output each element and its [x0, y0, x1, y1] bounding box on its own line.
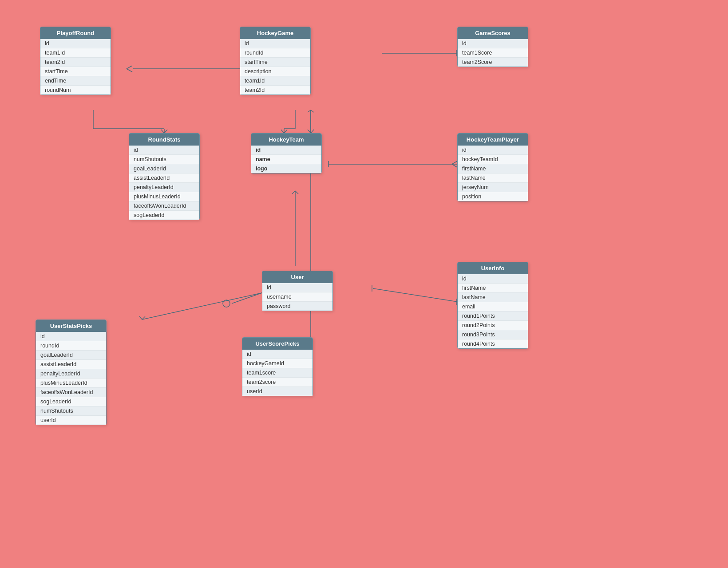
field-hockeygame-roundid: roundId [240, 48, 310, 58]
svg-line-24 [373, 288, 457, 302]
field-userinfo-round2points: round2Points [458, 321, 528, 330]
field-userstatspicks-numshutouts: numShutouts [36, 406, 106, 416]
field-roundstats-goalleaderid: goalLeaderId [129, 164, 199, 174]
svg-point-33 [223, 300, 230, 307]
field-gamescores-id: id [458, 39, 528, 48]
svg-line-19 [311, 130, 314, 133]
field-userstatspicks-penaltyleaderid: penaltyLeaderId [36, 369, 106, 379]
svg-line-22 [452, 161, 457, 164]
field-hockeygame-team2id: team2Id [240, 86, 310, 95]
field-hockeyteamplayer-firstname: firstName [458, 164, 528, 174]
field-userstatspicks-plusminusleaderid: plusMinusLeaderId [36, 379, 106, 388]
table-user: Useridusernamepassword [262, 271, 333, 311]
field-roundstats-plusminusleaderid: plusMinusLeaderId [129, 192, 199, 201]
table-userscorepicks: UserScorePicksidhockeyGameIdteam1scorete… [242, 337, 313, 396]
field-userinfo-lastname: lastName [458, 293, 528, 302]
svg-line-35 [142, 316, 145, 320]
field-playoffround-id: id [40, 39, 111, 48]
field-playoffround-roundnum: roundNum [40, 86, 111, 95]
table-roundstats: RoundStatsidnumShutoutsgoalLeaderIdassis… [129, 133, 200, 220]
svg-line-10 [161, 130, 164, 133]
field-userscorepicks-team1score: team1score [242, 368, 313, 378]
field-playoffround-team2id: team2Id [40, 58, 111, 67]
field-userinfo-round1points: round1Points [458, 312, 528, 321]
table-header-userstatspicks: UserStatsPicks [36, 320, 106, 332]
svg-line-32 [142, 293, 262, 320]
field-user-password: password [262, 302, 332, 311]
field-user-id: id [262, 283, 332, 292]
field-hockeygame-description: description [240, 67, 310, 76]
field-userstatspicks-roundid: roundId [36, 341, 106, 351]
svg-line-42 [311, 110, 314, 112]
field-hockeyteamplayer-lastname: lastName [458, 174, 528, 183]
field-user-username: username [262, 292, 332, 302]
field-playoffround-team1id: team1Id [40, 48, 111, 58]
field-userinfo-email: email [458, 302, 528, 312]
field-userstatspicks-sogleaderid: sogLeaderId [36, 397, 106, 406]
field-userstatspicks-faceoffswonleaderid: faceoffsWonLeaderId [36, 388, 106, 397]
field-userscorepicks-id: id [242, 350, 313, 359]
field-roundstats-assistleaderid: assistLeaderId [129, 174, 199, 183]
field-userstatspicks-goalleaderid: goalLeaderId [36, 351, 106, 360]
field-roundstats-numshutouts: numShutouts [129, 155, 199, 164]
svg-line-23 [452, 164, 457, 167]
table-header-hockeygame: HockeyGame [240, 27, 310, 39]
table-header-hockeyteamplayer: HockeyTeamPlayer [458, 134, 528, 146]
field-userstatspicks-id: id [36, 332, 106, 341]
svg-line-36 [139, 316, 142, 320]
field-hockeyteam-id: id [251, 146, 321, 155]
field-hockeyteamplayer-position: position [458, 192, 528, 201]
field-hockeygame-team1id: team1Id [240, 76, 310, 86]
field-userinfo-id: id [458, 274, 528, 284]
table-header-hockeyteam: HockeyTeam [251, 134, 321, 146]
field-userscorepicks-team2score: team2score [242, 378, 313, 387]
table-header-userinfo: UserInfo [458, 262, 528, 274]
field-hockeyteamplayer-hockeyteamid: hockeyTeamId [458, 155, 528, 164]
field-roundstats-sogleaderid: sogLeaderId [129, 211, 199, 220]
field-userinfo-round3points: round3Points [458, 330, 528, 339]
svg-line-41 [308, 110, 311, 112]
field-userstatspicks-userid: userId [36, 416, 106, 425]
field-hockeyteam-logo: logo [251, 164, 321, 173]
field-roundstats-penaltyleaderid: penaltyLeaderId [129, 183, 199, 192]
diagram-container: PlayoffRoundidteam1Idteam2IdstartTimeend… [0, 0, 728, 568]
field-hockeyteam-name: name [251, 155, 321, 164]
field-userscorepicks-userid: userId [242, 387, 313, 396]
svg-line-39 [295, 191, 298, 194]
svg-line-34 [232, 293, 262, 304]
field-userinfo-round4points: round4Points [458, 339, 528, 348]
table-playoffround: PlayoffRoundidteam1Idteam2IdstartTimeend… [40, 27, 111, 95]
field-roundstats-id: id [129, 146, 199, 155]
table-hockeyteam: HockeyTeamidnamelogo [251, 133, 322, 174]
table-header-gamescores: GameScores [458, 27, 528, 39]
field-hockeygame-starttime: startTime [240, 58, 310, 67]
svg-line-1 [127, 66, 132, 69]
table-hockeygame: HockeyGameidroundIdstartTimedescriptiont… [240, 27, 311, 95]
svg-line-15 [281, 130, 284, 133]
table-gamescores: GameScoresidteam1Scoreteam2Score [457, 27, 528, 67]
field-hockeyteamplayer-jerseynum: jerseyNum [458, 183, 528, 192]
field-gamescores-team2score: team2Score [458, 58, 528, 67]
table-header-user: User [262, 271, 332, 283]
table-header-roundstats: RoundStats [129, 134, 199, 146]
table-header-playoffround: PlayoffRound [40, 27, 111, 39]
field-userinfo-firstname: firstName [458, 284, 528, 293]
table-hockeyteamplayer: HockeyTeamPlayeridhockeyTeamIdfirstNamel… [457, 133, 528, 201]
field-hockeyteamplayer-id: id [458, 146, 528, 155]
table-userstatspicks: UserStatsPicksidroundIdgoalLeaderIdassis… [36, 320, 107, 425]
svg-line-2 [127, 69, 132, 72]
field-playoffround-endtime: endTime [40, 76, 111, 86]
svg-line-18 [308, 130, 311, 133]
svg-line-11 [164, 130, 167, 133]
field-hockeygame-id: id [240, 39, 310, 48]
field-userstatspicks-assistleaderid: assistLeaderId [36, 360, 106, 369]
field-gamescores-team1score: team1Score [458, 48, 528, 58]
svg-line-38 [292, 191, 295, 194]
field-playoffround-starttime: startTime [40, 67, 111, 76]
field-roundstats-faceoffswonleaderid: faceoffsWonLeaderId [129, 201, 199, 211]
field-userscorepicks-hockeygameid: hockeyGameId [242, 359, 313, 368]
svg-line-16 [284, 130, 287, 133]
table-userinfo: UserInfoidfirstNamelastNameemailround1Po… [457, 262, 528, 349]
table-header-userscorepicks: UserScorePicks [242, 338, 313, 350]
